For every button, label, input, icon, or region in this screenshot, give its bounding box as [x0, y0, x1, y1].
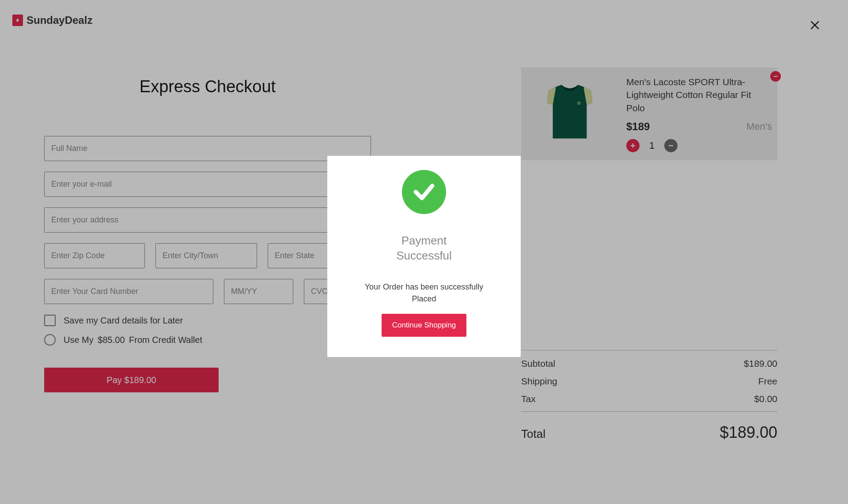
continue-shopping-button[interactable]: Continue Shopping: [382, 314, 467, 337]
modal-title: Payment Successful: [349, 233, 499, 263]
payment-success-modal: Payment Successful Your Order has been s…: [327, 156, 521, 357]
success-check-icon: [402, 170, 446, 214]
modal-message: Your Order has been successfully Placed: [349, 281, 499, 305]
